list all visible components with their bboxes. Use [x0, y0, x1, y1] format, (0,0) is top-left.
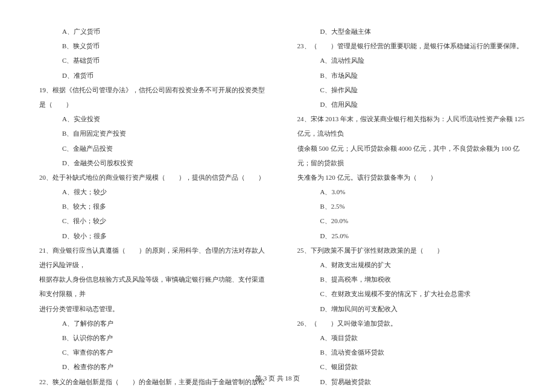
option: C、在财政支出规模不变的情况下，扩大社会总需求 — [297, 286, 525, 301]
option: B、较大；很多 — [39, 199, 267, 213]
option: D、准货币 — [39, 68, 267, 83]
option: D、25.0% — [297, 229, 525, 243]
question-21-line2: 根据存款人身份信息核验方式及风险等级，审慎确定银行账户功能、支付渠道和支付限额，… — [39, 272, 267, 301]
option: B、市场风险 — [297, 68, 525, 83]
question-24-line3: 失准备为 120 亿元。该行贷款拨备率为（ ） — [297, 170, 525, 185]
option: D、增加民间的可支配收入 — [297, 302, 525, 316]
option: A、项目贷款 — [297, 330, 525, 345]
option: A、了解你的客户 — [39, 316, 267, 330]
option: D、信用风险 — [297, 97, 525, 112]
question-25: 25、下列政策不属于扩张性财政政策的是（ ） — [297, 243, 525, 258]
question-24-line1: 24、宋体 2013 年末，假设某商业银行相关指标为：人民币流动性资产余额 12… — [297, 112, 525, 141]
option: A、3.0% — [297, 185, 525, 199]
option: C、审查你的客户 — [39, 345, 267, 359]
question-19: 19、根据《信托公司管理办法》，信托公司固有投资业务不可开展的投资类型是（ ） — [39, 83, 267, 112]
option: B、狭义货币 — [39, 39, 267, 53]
left-column: A、广义货币 B、狭义货币 C、基础货币 D、准货币 19、根据《信托公司管理办… — [39, 24, 282, 392]
question-20: 20、处于补缺式地位的商业银行资产规模（ ），提供的信贷产品（ ） — [39, 170, 267, 185]
option: C、银团贷款 — [297, 359, 525, 374]
option: D、检查你的客户 — [39, 359, 267, 374]
option: C、金融产品投资 — [39, 141, 267, 156]
option: B、2.5% — [297, 199, 525, 213]
question-23: 23、（ ）管理是银行经营的重要职能，是银行体系稳健运行的重要保障。 — [297, 39, 525, 53]
option: B、认识你的客户 — [39, 330, 267, 345]
option: A、很大；较少 — [39, 185, 267, 199]
option: D、较小；很多 — [39, 229, 267, 243]
right-column: D、大型金融主体 23、（ ）管理是银行经营的重要职能，是银行体系稳健运行的重要… — [282, 24, 525, 392]
page-footer: 第 3 页 共 18 页 — [0, 374, 555, 383]
option: C、基础货币 — [39, 53, 267, 68]
option: D、金融类公司股权投资 — [39, 156, 267, 170]
option: D、大型金融主体 — [297, 24, 525, 39]
option: C、很小；较少 — [39, 213, 267, 228]
option: B、自用固定资产投资 — [39, 126, 267, 141]
option: B、提高税率，增加税收 — [297, 272, 525, 286]
question-26: 26、（ ）又叫做辛迪加贷款。 — [297, 316, 525, 330]
question-21-line1: 21、商业银行应当认真遵循（ ）的原则，采用科学、合理的方法对存款人进行风险评级… — [39, 243, 267, 272]
option: C、20.0% — [297, 213, 525, 228]
question-27-line1: 27、开发银行和政策性银行应当遵循风险管理（ ）原则，充分考虑金融业务和金融风险… — [297, 389, 525, 392]
option: A、流动性风险 — [297, 53, 525, 68]
page-content: A、广义货币 B、狭义货币 C、基础货币 D、准货币 19、根据《信托公司管理办… — [0, 0, 555, 392]
option: A、实业投资 — [39, 112, 267, 126]
option: A、广义货币 — [39, 24, 267, 39]
option: C、操作风险 — [297, 83, 525, 97]
option: A、财政支出规模的扩大 — [297, 258, 525, 272]
question-24-line2: 债余额 500 亿元；人民币贷款余额 4000 亿元，其中，不良贷款余额为 10… — [297, 141, 525, 170]
question-21-line3: 进行分类管理和动态管理。 — [39, 302, 267, 316]
option: B、流动资金循环贷款 — [297, 345, 525, 359]
